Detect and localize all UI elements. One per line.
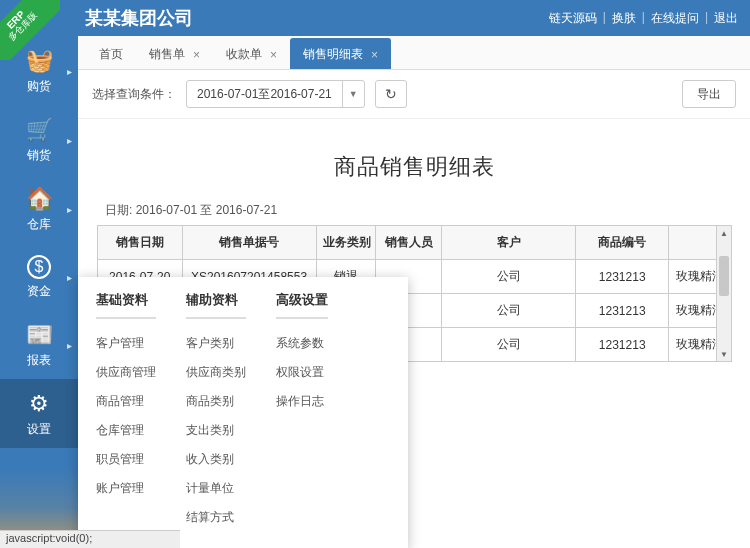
table-scrollbar[interactable]: ▲ ▼ [716,225,732,362]
gear-icon: ⚙ [29,391,49,417]
tab-label: 销售明细表 [303,46,363,63]
flyout-column: 基础资料客户管理供应商管理商品管理仓库管理职员管理账户管理 [96,291,156,532]
tab-sales-detail[interactable]: 销售明细表 × [290,38,391,69]
col-product-code: 商品编号 [576,226,669,260]
header-link-source[interactable]: 链天源码 [549,10,597,27]
table-header-row: 销售日期 销售单据号 业务类别 销售人员 客户 商品编号 [98,226,731,260]
flyout-item[interactable]: 支出类别 [186,416,246,445]
flyout-item[interactable]: 系统参数 [276,329,328,358]
query-label: 选择查询条件： [92,86,176,103]
flyout-item[interactable]: 客户管理 [96,329,156,358]
col-biz-type: 业务类别 [316,226,376,260]
cart-icon: 🛒 [26,117,53,143]
scroll-down-icon[interactable]: ▼ [717,347,731,361]
report-icon: 📰 [26,322,53,348]
date-range-text: 2016-07-01至2016-07-21 [187,86,342,103]
tab-home[interactable]: 首页 [86,38,136,69]
cell-cust: 公司 [442,294,576,328]
col-order-no: 销售单据号 [182,226,316,260]
sidebar: 🧺 购货 ▸ 🛒 销货 ▸ 🏠 仓库 ▸ $ 资金 ▸ 📰 报表 ▸ ⚙ 设置 [0,0,78,548]
col-customer: 客户 [442,226,576,260]
sidebar-item-label: 资金 [27,283,51,300]
sidebar-item-purchase[interactable]: 🧺 购货 ▸ [0,36,78,105]
col-sales-staff: 销售人员 [376,226,442,260]
col-sale-date: 销售日期 [98,226,183,260]
flyout-column: 辅助资料客户类别供应商类别商品类别支出类别收入类别计量单位结算方式 [186,291,246,532]
chevron-right-icon: ▸ [67,271,72,282]
header-link-skin[interactable]: 换肤 [612,10,636,27]
refresh-button[interactable]: ↻ [375,80,407,108]
flyout-heading: 基础资料 [96,291,156,319]
close-icon[interactable]: × [270,48,277,62]
flyout-item[interactable]: 职员管理 [96,445,156,474]
export-button[interactable]: 导出 [682,80,736,108]
flyout-item[interactable]: 权限设置 [276,358,328,387]
flyout-item[interactable]: 结算方式 [186,503,246,532]
chevron-right-icon: ▸ [67,65,72,76]
tab-label: 销售单 [149,46,185,63]
tab-label: 首页 [99,46,123,63]
flyout-item[interactable]: 仓库管理 [96,416,156,445]
cell-code: 1231213 [576,294,669,328]
tabs: 首页 销售单 × 收款单 × 销售明细表 × [78,36,750,70]
sidebar-item-reports[interactable]: 📰 报表 ▸ [0,310,78,379]
statusbar: javascript:void(0); [0,530,180,548]
cell-cust: 公司 [442,328,576,362]
sidebar-item-settings[interactable]: ⚙ 设置 [0,379,78,448]
cell-cust: 公司 [442,260,576,294]
flyout-item[interactable]: 供应商管理 [96,358,156,387]
sidebar-item-label: 仓库 [27,216,51,233]
flyout-item[interactable]: 商品类别 [186,387,246,416]
date-range-picker[interactable]: 2016-07-01至2016-07-21 ▼ [186,80,365,108]
header-link-logout[interactable]: 退出 [714,10,738,27]
sidebar-item-sales[interactable]: 🛒 销货 ▸ [0,105,78,174]
chevron-down-icon[interactable]: ▼ [342,80,364,108]
sidebar-item-funds[interactable]: $ 资金 ▸ [0,243,78,310]
toolbar: 选择查询条件： 2016-07-01至2016-07-21 ▼ ↻ 导出 [78,70,750,119]
sidebar-item-label: 报表 [27,352,51,369]
flyout-item[interactable]: 收入类别 [186,445,246,474]
settings-flyout: 基础资料客户管理供应商管理商品管理仓库管理职员管理账户管理辅助资料客户类别供应商… [78,277,408,548]
dollar-icon: $ [27,255,51,279]
sidebar-item-label: 设置 [27,421,51,438]
report-title: 商品销售明细表 [97,134,731,198]
app-title: 某某集团公司 [85,6,549,30]
tab-label: 收款单 [226,46,262,63]
flyout-item[interactable]: 计量单位 [186,474,246,503]
cell-code: 1231213 [576,260,669,294]
basket-icon: 🧺 [26,48,53,74]
house-icon: 🏠 [26,186,53,212]
header: 某某集团公司 链天源码| 换肤| 在线提问| 退出 [0,0,750,36]
chevron-right-icon: ▸ [67,134,72,145]
flyout-heading: 高级设置 [276,291,328,319]
flyout-item[interactable]: 供应商类别 [186,358,246,387]
flyout-item[interactable]: 商品管理 [96,387,156,416]
chevron-right-icon: ▸ [67,339,72,350]
header-links: 链天源码| 换肤| 在线提问| 退出 [549,10,738,27]
close-icon[interactable]: × [193,48,200,62]
sidebar-item-warehouse[interactable]: 🏠 仓库 ▸ [0,174,78,243]
report-date-range: 日期: 2016-07-01 至 2016-07-21 [97,198,731,225]
flyout-item[interactable]: 账户管理 [96,474,156,503]
flyout-item[interactable]: 操作日志 [276,387,328,416]
scroll-thumb[interactable] [719,256,729,296]
cell-code: 1231213 [576,328,669,362]
sidebar-item-label: 销货 [27,147,51,164]
sidebar-item-label: 购货 [27,78,51,95]
export-label: 导出 [697,86,721,103]
scroll-up-icon[interactable]: ▲ [717,226,731,240]
chevron-right-icon: ▸ [67,203,72,214]
tab-sales-order[interactable]: 销售单 × [136,38,213,69]
flyout-item[interactable]: 客户类别 [186,329,246,358]
flyout-column: 高级设置系统参数权限设置操作日志 [276,291,328,532]
header-link-ask[interactable]: 在线提问 [651,10,699,27]
close-icon[interactable]: × [371,48,378,62]
flyout-heading: 辅助资料 [186,291,246,319]
refresh-icon: ↻ [385,86,397,102]
tab-receipt[interactable]: 收款单 × [213,38,290,69]
